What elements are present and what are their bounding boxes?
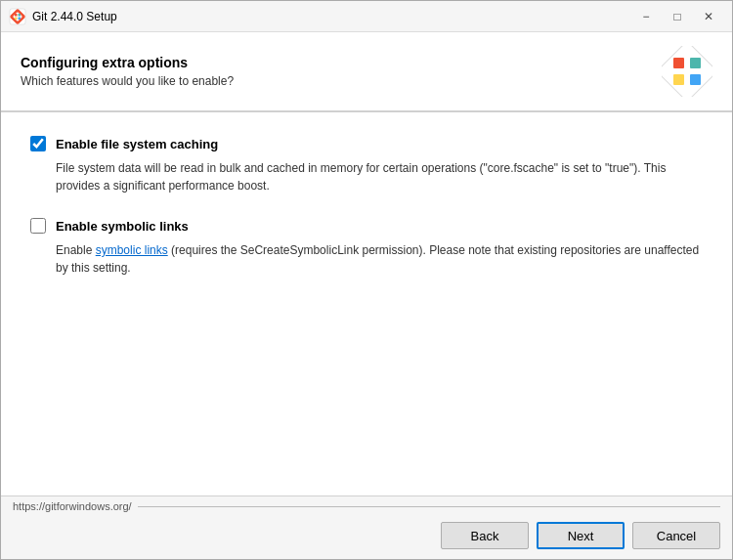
footer-buttons: Back Next Cancel <box>1 514 732 559</box>
header-subtitle: Which features would you like to enable? <box>21 74 234 88</box>
checkbox-symbolic-links[interactable] <box>30 218 46 234</box>
footer-url-area: https://gitforwindows.org/ <box>1 496 732 514</box>
option-row-1: Enable file system caching <box>30 136 703 151</box>
back-button[interactable]: Back <box>441 522 529 549</box>
checkbox-filesystem-caching[interactable] <box>30 136 46 151</box>
git-icon <box>9 8 26 25</box>
window-controls: − □ ✕ <box>630 1 724 32</box>
footer-url-line: https://gitforwindows.org/ <box>13 500 720 512</box>
svg-rect-9 <box>690 58 701 68</box>
next-button[interactable]: Next <box>537 522 625 549</box>
option-filesystem-caching: Enable file system caching File system d… <box>30 136 703 194</box>
footer-url-text: https://gitforwindows.org/ <box>13 500 132 512</box>
header-title: Configuring extra options <box>21 55 234 70</box>
header: Configuring extra options Which features… <box>1 32 732 112</box>
setup-window: Git 2.44.0 Setup − □ ✕ Configuring extra… <box>0 0 733 560</box>
svg-rect-11 <box>690 74 701 85</box>
option-symbolic-links: Enable symbolic links Enable symbolic li… <box>30 218 703 277</box>
minimize-button[interactable]: − <box>630 1 662 32</box>
window-title: Git 2.44.0 Setup <box>32 10 630 23</box>
footer: https://gitforwindows.org/ Back Next Can… <box>1 495 732 559</box>
svg-rect-10 <box>673 74 684 85</box>
maximize-button[interactable]: □ <box>662 1 693 32</box>
svg-rect-5 <box>15 17 18 20</box>
header-text: Configuring extra options Which features… <box>21 55 234 88</box>
git-logo <box>662 46 712 97</box>
option-row-2: Enable symbolic links <box>30 218 703 234</box>
svg-rect-3 <box>15 14 18 17</box>
close-button[interactable]: ✕ <box>693 1 724 32</box>
option-label-1: Enable file system caching <box>56 137 218 151</box>
option-desc-2: Enable symbolic links (requires the SeCr… <box>56 241 703 277</box>
svg-rect-8 <box>673 58 684 68</box>
cancel-button[interactable]: Cancel <box>632 522 720 549</box>
option-label-2: Enable symbolic links <box>56 219 189 234</box>
option-desc-1: File system data will be read in bulk an… <box>56 159 703 194</box>
symbolic-links-link[interactable]: symbolic links <box>96 243 168 257</box>
svg-rect-6 <box>19 17 22 20</box>
svg-rect-7 <box>662 46 712 97</box>
titlebar: Git 2.44.0 Setup − □ ✕ <box>1 1 732 32</box>
content-area: Enable file system caching File system d… <box>1 112 732 495</box>
svg-rect-4 <box>19 14 22 17</box>
